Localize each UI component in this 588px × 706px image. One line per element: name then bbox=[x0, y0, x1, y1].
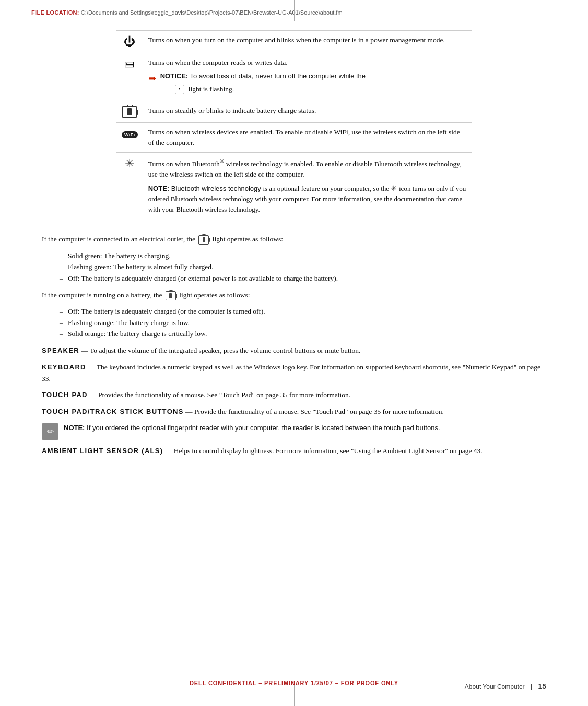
notice-text: NOTICE: To avoid loss of data, never tur… bbox=[160, 72, 366, 80]
touchpad-track-em: — bbox=[185, 408, 193, 415]
notice-content: NOTICE: To avoid loss of data, never tur… bbox=[160, 71, 366, 95]
bottom-vertical-line bbox=[294, 685, 295, 706]
touchpad-track-label: TOUCH PAD/TRACK STICK BUTTONS bbox=[42, 408, 184, 415]
notice-body: To avoid loss of data, never turn off th… bbox=[190, 72, 366, 80]
bluetooth-icon: ✳ bbox=[125, 157, 134, 170]
battery-running-suffix: light operates as follows: bbox=[179, 291, 250, 299]
notice-icon: ➡ bbox=[148, 72, 156, 86]
speaker-text: To adjust the volume of the integrated s… bbox=[90, 346, 361, 354]
table-row: WiFi Turns on when wireless devices are … bbox=[116, 122, 472, 153]
bluetooth-note-text1: Bluetooth wireless technology bbox=[171, 184, 263, 192]
touchpad-text: Provides the functionality of a mouse. S… bbox=[98, 391, 350, 399]
notice-inner: ▪ light is flashing. bbox=[175, 84, 366, 95]
footer-pagenum: 15 bbox=[538, 682, 546, 690]
battery-text: Turns on steadily or blinks to indicate … bbox=[148, 107, 316, 114]
table-row: ⏻ Turns on when you turn on the computer… bbox=[116, 31, 472, 53]
power-icon: ⏻ bbox=[124, 35, 135, 48]
keyboard-para: KEYBOARD — The keyboard includes a numer… bbox=[42, 362, 546, 384]
touchpad-em: — bbox=[89, 391, 97, 399]
bluetooth-icon-cell: ✳ bbox=[116, 153, 143, 221]
keyboard-label: KEYBOARD bbox=[42, 363, 86, 371]
speaker-label: SPEAKER bbox=[42, 346, 79, 354]
main-content: ⏻ Turns on when you turn on the computer… bbox=[0, 20, 588, 471]
power-text-cell: Turns on when you turn on the computer a… bbox=[143, 31, 472, 53]
battery-connected-bullets: Solid green: The battery is charging. Fl… bbox=[42, 250, 546, 284]
battery-connected-intro: If the computer is connected to an elect… bbox=[42, 235, 195, 243]
pencil-note-body: If you ordered the optional fingerprint … bbox=[87, 424, 440, 432]
battery-running-para: If the computer is running on a battery,… bbox=[42, 290, 546, 301]
touchpad-track-text: Provide the functionality of a mouse. Se… bbox=[194, 408, 444, 415]
touchpad-para: TOUCH PAD — Provides the functionality o… bbox=[42, 389, 546, 401]
power-icon-cell: ⏻ bbox=[116, 31, 143, 53]
pencil-note-text: NOTE: If you ordered the optional finger… bbox=[64, 423, 440, 433]
body-section: If the computer is connected to an elect… bbox=[42, 234, 546, 456]
bluetooth-note-text2: is an optional feature on your computer,… bbox=[263, 184, 391, 192]
list-item: Flashing green: The battery is almost fu… bbox=[68, 261, 546, 273]
footer-about-text: About Your Computer bbox=[465, 683, 525, 690]
battery-icon bbox=[122, 106, 137, 118]
pencil-note: ✏ NOTE: If you ordered the optional fing… bbox=[42, 423, 546, 440]
als-para: AMBIENT LIGHT SENSOR (ALS) — Helps to co… bbox=[42, 445, 546, 457]
drive-icon: 🖴 bbox=[124, 57, 135, 69]
speaker-para: SPEAKER — To adjust the volume of the in… bbox=[42, 345, 546, 356]
power-text: Turns on when you turn on the computer a… bbox=[148, 36, 445, 44]
battery-text-cell: Turns on steadily or blinks to indicate … bbox=[143, 101, 472, 122]
top-vertical-line bbox=[294, 0, 295, 21]
list-item: Solid green: The battery is charging. bbox=[68, 250, 546, 262]
wifi-icon-cell: WiFi bbox=[116, 122, 143, 153]
battery-running-bullets: Off: The battery is adequately charged (… bbox=[42, 306, 546, 340]
list-item: Off: The battery is adequately charged (… bbox=[68, 306, 546, 317]
battery-connected-suffix: light operates as follows: bbox=[213, 235, 283, 243]
list-item: Off: The battery is adequately charged (… bbox=[68, 273, 546, 284]
list-item: Solid orange: The battery charge is crit… bbox=[68, 328, 546, 340]
pencil-note-label: NOTE: bbox=[64, 424, 85, 432]
als-text: Helps to control display brightness. For… bbox=[174, 447, 483, 455]
wifi-text: Turns on when wireless devices are enabl… bbox=[148, 128, 460, 146]
notice-sub-text: light is flashing. bbox=[189, 84, 234, 95]
bluetooth-note-label: NOTE: bbox=[148, 184, 169, 192]
pencil-icon: ✏ bbox=[42, 423, 58, 440]
drive-text: Turns on when the computer reads or writ… bbox=[148, 59, 288, 66]
icons-table: ⏻ Turns on when you turn on the computer… bbox=[116, 30, 472, 221]
battery-icon-cell bbox=[116, 101, 143, 122]
table-row: ✳ Turns on when Bluetooth® wireless tech… bbox=[116, 153, 472, 221]
table-row: 🖴 Turns on when the computer reads or wr… bbox=[116, 53, 472, 101]
drive-text-cell: Turns on when the computer reads or writ… bbox=[143, 53, 472, 101]
table-row: Turns on steadily or blinks to indicate … bbox=[116, 101, 472, 122]
keyboard-text: The keyboard includes a numeric keypad a… bbox=[42, 363, 540, 383]
file-location-label: FILE LOCATION: bbox=[31, 9, 79, 16]
notice-drive-icon: ▪ bbox=[175, 85, 184, 94]
notice-box: ➡ NOTICE: To avoid loss of data, never t… bbox=[148, 71, 466, 95]
bluetooth-text-cell: Turns on when Bluetooth® wireless techno… bbox=[143, 153, 472, 221]
battery-running-intro: If the computer is running on a battery,… bbox=[42, 291, 162, 299]
file-location-path: C:\Documents and Settings\reggie_davis\D… bbox=[81, 9, 343, 16]
wifi-icon: WiFi bbox=[122, 131, 138, 138]
speaker-em: — bbox=[81, 346, 88, 354]
bluetooth-note: NOTE: Bluetooth wireless technology is a… bbox=[148, 183, 466, 214]
bluetooth-note-icon-inline: ✳ bbox=[391, 184, 397, 192]
battery-inline-icon-1 bbox=[198, 235, 209, 245]
battery-inline-icon-2 bbox=[166, 291, 176, 300]
drive-icon-cell: 🖴 bbox=[116, 53, 143, 101]
als-em: — bbox=[165, 447, 172, 455]
footer-page: About Your Computer | 15 bbox=[465, 682, 588, 690]
battery-connected-para: If the computer is connected to an elect… bbox=[42, 234, 546, 245]
touchpad-label: TOUCH PAD bbox=[42, 391, 88, 399]
bluetooth-text1: Turns on when Bluetooth® wireless techno… bbox=[148, 157, 466, 180]
touchpad-track-para: TOUCH PAD/TRACK STICK BUTTONS — Provide … bbox=[42, 406, 546, 418]
keyboard-em: — bbox=[88, 363, 95, 371]
als-label: AMBIENT LIGHT SENSOR (ALS) bbox=[42, 447, 163, 455]
list-item: Flashing orange: The battery charge is l… bbox=[68, 317, 546, 329]
wifi-text-cell: Turns on when wireless devices are enabl… bbox=[143, 122, 472, 153]
notice-bold: NOTICE: bbox=[160, 72, 188, 80]
page-container: FILE LOCATION: C:\Documents and Settings… bbox=[0, 0, 588, 706]
pencil-glyph: ✏ bbox=[47, 425, 54, 438]
footer-pipe: | bbox=[531, 683, 532, 690]
